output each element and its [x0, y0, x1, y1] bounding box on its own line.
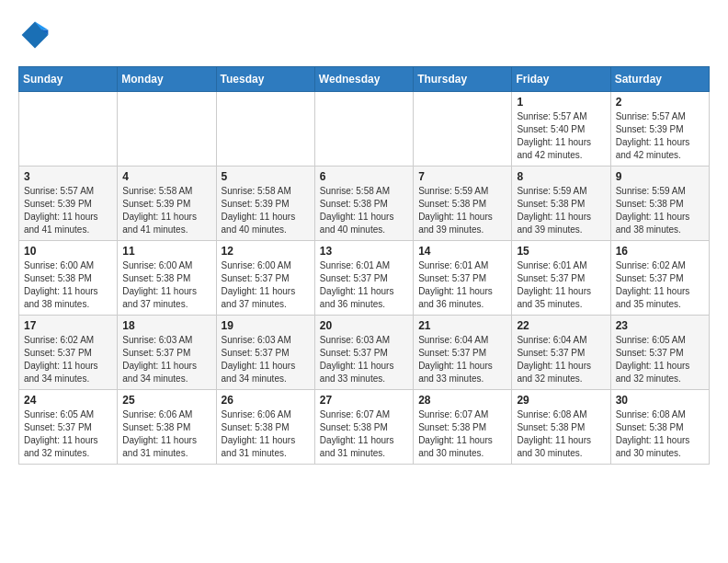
day-number: 20	[320, 319, 408, 332]
calendar-cell: 10Sunrise: 6:00 AMSunset: 5:38 PMDayligh…	[19, 241, 118, 316]
calendar-cell: 24Sunrise: 6:05 AMSunset: 5:37 PMDayligh…	[19, 390, 118, 465]
calendar-week-row: 24Sunrise: 6:05 AMSunset: 5:37 PMDayligh…	[19, 390, 710, 465]
logo-icon	[18, 18, 51, 52]
weekday-header: Thursday	[414, 67, 512, 92]
day-info: Sunrise: 6:07 AMSunset: 5:38 PMDaylight:…	[320, 408, 408, 460]
calendar-cell: 29Sunrise: 6:08 AMSunset: 5:38 PMDayligh…	[512, 390, 610, 465]
day-number: 28	[418, 394, 506, 407]
day-number: 25	[122, 394, 210, 407]
day-number: 6	[320, 170, 408, 183]
day-info: Sunrise: 6:06 AMSunset: 5:38 PMDaylight:…	[122, 408, 210, 460]
day-info: Sunrise: 5:57 AMSunset: 5:39 PMDaylight:…	[24, 185, 112, 236]
weekday-header: Tuesday	[216, 67, 314, 92]
day-info: Sunrise: 5:58 AMSunset: 5:39 PMDaylight:…	[222, 185, 310, 236]
day-number: 11	[122, 245, 210, 258]
day-number: 30	[616, 394, 704, 407]
day-info: Sunrise: 6:07 AMSunset: 5:38 PMDaylight:…	[418, 408, 506, 460]
calendar-cell: 8Sunrise: 5:59 AMSunset: 5:38 PMDaylight…	[512, 167, 610, 241]
day-number: 7	[418, 170, 506, 183]
calendar-cell: 4Sunrise: 5:58 AMSunset: 5:39 PMDaylight…	[118, 167, 216, 241]
calendar-cell: 7Sunrise: 5:59 AMSunset: 5:38 PMDaylight…	[414, 167, 512, 241]
calendar-cell: 26Sunrise: 6:06 AMSunset: 5:38 PMDayligh…	[216, 390, 314, 465]
day-info: Sunrise: 6:03 AMSunset: 5:37 PMDaylight:…	[122, 334, 210, 385]
day-info: Sunrise: 6:01 AMSunset: 5:37 PMDaylight:…	[320, 259, 408, 311]
calendar-cell: 15Sunrise: 6:01 AMSunset: 5:37 PMDayligh…	[512, 241, 610, 316]
day-info: Sunrise: 5:59 AMSunset: 5:38 PMDaylight:…	[418, 185, 506, 236]
calendar-cell: 25Sunrise: 6:06 AMSunset: 5:38 PMDayligh…	[118, 390, 216, 465]
day-info: Sunrise: 6:04 AMSunset: 5:37 PMDaylight:…	[418, 334, 506, 385]
day-number: 8	[517, 170, 605, 183]
day-number: 9	[616, 170, 704, 183]
calendar-cell: 13Sunrise: 6:01 AMSunset: 5:37 PMDayligh…	[314, 241, 413, 316]
calendar-table: SundayMondayTuesdayWednesdayThursdayFrid…	[18, 66, 710, 465]
calendar-cell: 30Sunrise: 6:08 AMSunset: 5:38 PMDayligh…	[610, 390, 709, 465]
day-number: 21	[418, 319, 506, 332]
calendar-cell	[314, 92, 413, 167]
day-info: Sunrise: 6:00 AMSunset: 5:38 PMDaylight:…	[24, 259, 112, 311]
day-info: Sunrise: 6:02 AMSunset: 5:37 PMDaylight:…	[24, 334, 112, 385]
weekday-header: Friday	[512, 67, 610, 92]
calendar-cell: 17Sunrise: 6:02 AMSunset: 5:37 PMDayligh…	[19, 316, 118, 390]
day-number: 12	[222, 245, 310, 258]
day-number: 29	[517, 394, 605, 407]
day-info: Sunrise: 5:58 AMSunset: 5:39 PMDaylight:…	[122, 185, 210, 236]
calendar-cell: 11Sunrise: 6:00 AMSunset: 5:38 PMDayligh…	[118, 241, 216, 316]
day-number: 13	[320, 245, 408, 258]
day-info: Sunrise: 5:58 AMSunset: 5:38 PMDaylight:…	[320, 185, 408, 236]
logo	[18, 18, 57, 52]
header	[18, 18, 710, 52]
calendar-cell: 16Sunrise: 6:02 AMSunset: 5:37 PMDayligh…	[610, 241, 709, 316]
calendar-week-row: 10Sunrise: 6:00 AMSunset: 5:38 PMDayligh…	[19, 241, 710, 316]
day-info: Sunrise: 6:03 AMSunset: 5:37 PMDaylight:…	[222, 334, 310, 385]
day-info: Sunrise: 5:59 AMSunset: 5:38 PMDaylight:…	[616, 185, 704, 236]
calendar-cell: 28Sunrise: 6:07 AMSunset: 5:38 PMDayligh…	[414, 390, 512, 465]
calendar-cell	[118, 92, 216, 167]
day-number: 17	[24, 319, 112, 332]
day-number: 24	[24, 394, 112, 407]
day-number: 4	[122, 170, 210, 183]
day-number: 1	[517, 96, 605, 109]
day-info: Sunrise: 5:59 AMSunset: 5:38 PMDaylight:…	[517, 185, 605, 236]
day-number: 27	[320, 394, 408, 407]
day-number: 18	[122, 319, 210, 332]
day-info: Sunrise: 6:00 AMSunset: 5:37 PMDaylight:…	[222, 259, 310, 311]
day-info: Sunrise: 6:05 AMSunset: 5:37 PMDaylight:…	[24, 408, 112, 460]
svg-marker-0	[22, 22, 49, 49]
day-number: 26	[222, 394, 310, 407]
calendar-cell: 22Sunrise: 6:04 AMSunset: 5:37 PMDayligh…	[512, 316, 610, 390]
calendar-cell: 3Sunrise: 5:57 AMSunset: 5:39 PMDaylight…	[19, 167, 118, 241]
day-info: Sunrise: 6:04 AMSunset: 5:37 PMDaylight:…	[517, 334, 605, 385]
day-info: Sunrise: 6:01 AMSunset: 5:37 PMDaylight:…	[418, 259, 506, 311]
weekday-header-row: SundayMondayTuesdayWednesdayThursdayFrid…	[19, 67, 710, 92]
weekday-header: Sunday	[19, 67, 118, 92]
day-number: 16	[616, 245, 704, 258]
day-number: 5	[222, 170, 310, 183]
calendar-cell: 9Sunrise: 5:59 AMSunset: 5:38 PMDaylight…	[610, 167, 709, 241]
day-number: 3	[24, 170, 112, 183]
day-number: 15	[517, 245, 605, 258]
day-info: Sunrise: 6:01 AMSunset: 5:37 PMDaylight:…	[517, 259, 605, 311]
calendar-cell: 21Sunrise: 6:04 AMSunset: 5:37 PMDayligh…	[414, 316, 512, 390]
calendar-cell: 1Sunrise: 5:57 AMSunset: 5:40 PMDaylight…	[512, 92, 610, 167]
calendar-week-row: 1Sunrise: 5:57 AMSunset: 5:40 PMDaylight…	[19, 92, 710, 167]
calendar-cell	[414, 92, 512, 167]
day-info: Sunrise: 6:06 AMSunset: 5:38 PMDaylight:…	[222, 408, 310, 460]
calendar-cell	[216, 92, 314, 167]
day-info: Sunrise: 5:57 AMSunset: 5:39 PMDaylight:…	[616, 110, 704, 162]
day-info: Sunrise: 6:08 AMSunset: 5:38 PMDaylight:…	[616, 408, 704, 460]
calendar-cell: 6Sunrise: 5:58 AMSunset: 5:38 PMDaylight…	[314, 167, 413, 241]
calendar-cell: 23Sunrise: 6:05 AMSunset: 5:37 PMDayligh…	[610, 316, 709, 390]
day-number: 10	[24, 245, 112, 258]
day-number: 14	[418, 245, 506, 258]
calendar-cell: 14Sunrise: 6:01 AMSunset: 5:37 PMDayligh…	[414, 241, 512, 316]
calendar-cell: 18Sunrise: 6:03 AMSunset: 5:37 PMDayligh…	[118, 316, 216, 390]
calendar-cell	[19, 92, 118, 167]
day-number: 19	[222, 319, 310, 332]
weekday-header: Wednesday	[314, 67, 413, 92]
day-number: 22	[517, 319, 605, 332]
day-info: Sunrise: 5:57 AMSunset: 5:40 PMDaylight:…	[517, 110, 605, 162]
weekday-header: Saturday	[610, 67, 709, 92]
calendar-week-row: 3Sunrise: 5:57 AMSunset: 5:39 PMDaylight…	[19, 167, 710, 241]
day-info: Sunrise: 6:02 AMSunset: 5:37 PMDaylight:…	[616, 259, 704, 311]
calendar-cell: 2Sunrise: 5:57 AMSunset: 5:39 PMDaylight…	[610, 92, 709, 167]
